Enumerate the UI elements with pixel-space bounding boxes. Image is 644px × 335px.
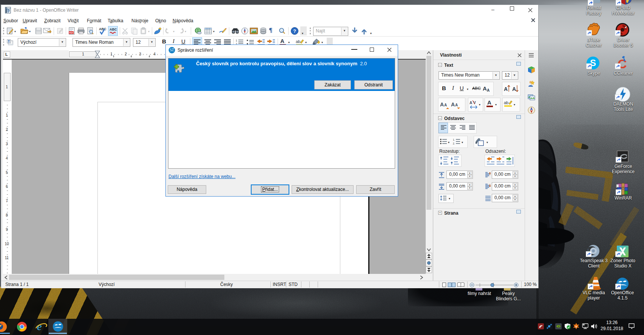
svg-text:ABC: ABC [99,27,107,31]
svg-text:a: a [575,325,577,328]
svg-text:PDF: PDF [69,32,74,34]
svg-text:2.: 2. [453,142,455,145]
svg-text:A: A [469,101,472,105]
svg-text:A: A [444,103,447,107]
svg-text:V: V [473,101,476,105]
svg-text:1.: 1. [453,138,455,141]
svg-text:ab: ab [504,100,508,105]
svg-text:ab: ab [296,39,300,44]
svg-text:ABC: ABC [110,28,117,31]
svg-text:1: 1 [236,39,237,42]
svg-text:A: A [504,86,508,92]
svg-text:A: A [440,101,444,108]
svg-text:A: A [487,88,490,92]
svg-text:A: A [512,86,516,92]
svg-text:A: A [455,103,458,107]
svg-text:A: A [483,85,487,92]
svg-text:?: ? [293,28,296,34]
svg-text:A: A [451,101,455,108]
